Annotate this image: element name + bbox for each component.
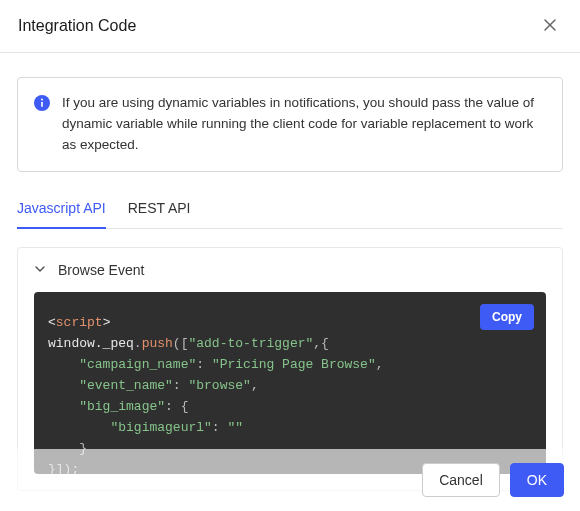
info-callout: If you are using dynamic variables in no… [17, 77, 563, 172]
chevron-down-icon [34, 262, 46, 278]
svg-point-2 [41, 99, 43, 101]
code-block: Copy <script> window._peq.push(["add-to-… [34, 292, 546, 474]
tab-javascript-api[interactable]: Javascript API [17, 190, 106, 228]
accordion-toggle[interactable]: Browse Event [18, 248, 562, 292]
close-button[interactable] [538, 14, 562, 38]
ok-button[interactable]: OK [510, 463, 564, 497]
copy-button[interactable]: Copy [480, 304, 534, 330]
close-icon [542, 17, 558, 36]
modal-content: If you are using dynamic variables in no… [0, 53, 580, 491]
svg-rect-1 [41, 102, 43, 107]
tab-rest-api[interactable]: REST API [128, 190, 191, 228]
accordion-title: Browse Event [58, 262, 144, 278]
info-icon [34, 95, 50, 115]
modal-title: Integration Code [18, 17, 136, 35]
modal-header: Integration Code [0, 0, 580, 53]
footer-actions: Cancel OK [0, 449, 580, 511]
cancel-button[interactable]: Cancel [422, 463, 500, 497]
info-text: If you are using dynamic variables in no… [62, 93, 546, 156]
tabs: Javascript API REST API [17, 190, 563, 229]
